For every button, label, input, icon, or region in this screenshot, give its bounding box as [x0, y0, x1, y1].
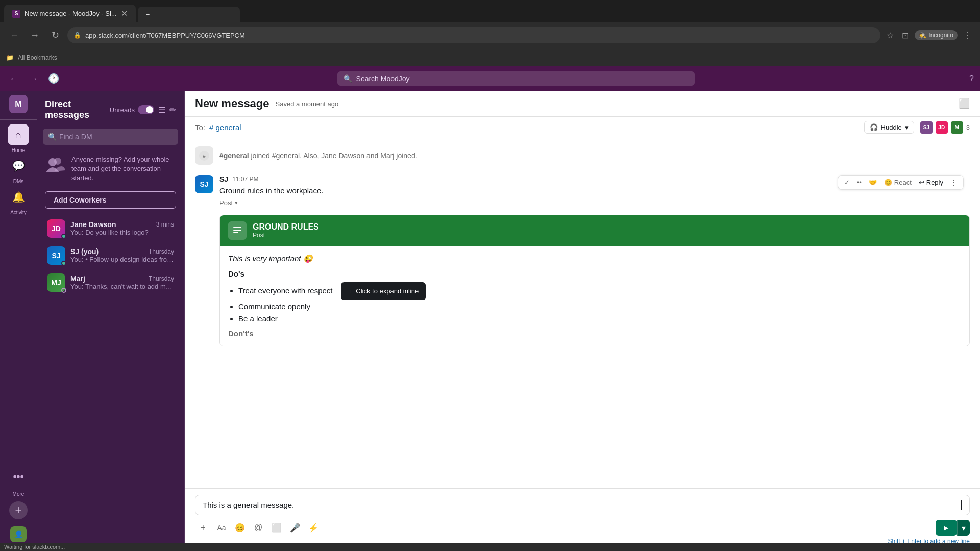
help-icon[interactable]: ?	[969, 74, 974, 83]
new-tab-icon: +	[146, 11, 150, 18]
dm-item-marj[interactable]: MJ Marj Thursday You: Thanks, can't wait…	[41, 269, 180, 296]
message-title-area: New message Saved a moment ago	[195, 97, 338, 110]
menu-icon[interactable]: ⋮	[962, 29, 974, 42]
active-tab[interactable]: S New message - MoodJoy - Sl... ✕	[4, 5, 136, 22]
dm-search-icon: 🔍	[48, 133, 57, 141]
send-dropdown-button[interactable]: ▾	[957, 520, 970, 536]
coworkers-icon	[45, 155, 65, 176]
dm-search-input[interactable]	[43, 129, 178, 145]
app-container: M ⌂ Home 💬 DMs 🔔 Activity ••• More + 👤	[0, 91, 980, 551]
dm-item-sj[interactable]: SJ SJ (you) Thursday You: • Follow-up de…	[41, 242, 180, 269]
add-workspace-button[interactable]: +	[9, 501, 28, 519]
message-input-area: This is a general message. + Aa 😊 @ ⬜ 🎤 …	[185, 488, 980, 551]
to-line: To: # general 🎧 Huddle ▾ SJ JD M 3	[185, 117, 980, 138]
extension-icon[interactable]: ⊡	[900, 29, 911, 42]
send-area: ► ▾	[936, 520, 970, 536]
search-box[interactable]: 🔍 Search MoodJoy	[337, 71, 695, 86]
huddle-button[interactable]: 🎧 Huddle ▾	[864, 121, 914, 134]
react-action[interactable]: 😊 React	[882, 178, 914, 187]
marj-status: MJ	[47, 273, 65, 292]
checkmark-action[interactable]: ✓	[842, 178, 852, 187]
svg-rect-5	[233, 230, 241, 231]
chat-area: # #general joined #general. Also, Jane D…	[185, 138, 980, 488]
sidebar-item-dms[interactable]: 💬	[8, 155, 29, 177]
share-icon[interactable]: ⬜	[959, 98, 970, 109]
video-button[interactable]: ⬜	[268, 519, 285, 536]
to-label: To:	[195, 123, 205, 132]
post-card-subtitle: Post	[253, 232, 319, 239]
attach-button[interactable]: +	[195, 519, 211, 536]
message-title: New message	[195, 97, 270, 110]
input-toolbar: + Aa 😊 @ ⬜ 🎤 ⚡ ► ▾	[195, 515, 970, 536]
huddle-dropdown-icon[interactable]: ▾	[905, 123, 909, 131]
post-card-icon	[228, 221, 247, 240]
dos-item-2: Communicate openly	[238, 300, 961, 313]
dm-search: 🔍	[43, 129, 178, 145]
dots-action[interactable]: ••	[855, 178, 864, 187]
headphone-icon: 🎧	[870, 123, 878, 131]
add-coworkers-button[interactable]: Add Coworkers	[45, 191, 176, 209]
system-text: #general joined #general. Also, Jane Daw…	[219, 152, 418, 160]
back-button[interactable]: ←	[6, 27, 22, 43]
toolbar-forward-button[interactable]: →	[26, 70, 41, 87]
user-avatar-icon: 👤	[14, 530, 23, 538]
address-bar[interactable]: 🔒 app.slack.com/client/T067MEBPPUY/C066V…	[67, 27, 880, 43]
message-actions: ✓ •• 🤝 😊 React ↩ Reply ⋮	[838, 175, 964, 190]
toolbar-right-actions: ?	[969, 74, 974, 83]
toolbar-back-button[interactable]: ←	[6, 70, 21, 87]
marj-time: Thursday	[149, 275, 174, 282]
workspace-avatar[interactable]: M	[9, 95, 28, 113]
audio-button[interactable]: 🎤	[287, 519, 303, 536]
message-input-box[interactable]: This is a general message.	[195, 495, 970, 515]
incognito-badge: 🕵 Incognito	[915, 30, 958, 40]
compose-icon[interactable]: ✏	[169, 105, 176, 115]
send-button[interactable]: ►	[936, 520, 957, 536]
unreads-toggle: Unreads	[110, 105, 154, 114]
unreads-switch[interactable]	[138, 105, 154, 114]
reply-label: Reply	[926, 179, 943, 186]
svg-text:#: #	[203, 153, 206, 159]
user-avatar-bottom[interactable]: 👤	[8, 523, 29, 545]
sidebar-item-activity[interactable]: 🔔	[8, 186, 29, 208]
search-container: 🔍 Search MoodJoy	[337, 71, 695, 86]
system-message: # #general joined #general. Also, Jane D…	[195, 146, 970, 165]
filter-icon[interactable]: ☰	[158, 105, 165, 115]
to-recipient[interactable]: # general	[209, 123, 241, 132]
marj-info: Marj Thursday You: Thanks, can't wait to…	[70, 274, 174, 290]
main-header: New message Saved a moment ago ⬜	[185, 91, 980, 117]
post-label[interactable]: Post ▾	[219, 199, 970, 207]
more-action[interactable]: ⋮	[948, 178, 959, 187]
format-button[interactable]: Aa	[213, 519, 230, 536]
refresh-button[interactable]: ↻	[47, 27, 63, 43]
handshake-action[interactable]: 🤝	[867, 178, 879, 187]
svg-rect-6	[233, 232, 238, 233]
mention-button[interactable]: @	[250, 519, 266, 536]
dm-item-jane[interactable]: JD Jane Dawson 3 mins You: Do you like t…	[41, 215, 180, 242]
shortcut-button[interactable]: ⚡	[305, 519, 322, 536]
history-button[interactable]: 🕐	[45, 70, 62, 87]
svg-rect-4	[233, 227, 241, 228]
close-tab-icon[interactable]: ✕	[121, 9, 128, 18]
marj-preview: You: Thanks, can't wait to add more peop…	[70, 283, 174, 290]
new-tab-button[interactable]: +	[138, 7, 240, 22]
send-dropdown-icon: ▾	[962, 523, 966, 532]
reply-action[interactable]: ↩ Reply	[917, 178, 945, 187]
expand-inline-tooltip[interactable]: Click to expand inline	[341, 282, 426, 301]
dm-list: JD Jane Dawson 3 mins You: Do you like t…	[37, 215, 184, 551]
activity-icon: 🔔	[12, 191, 25, 203]
react-label: React	[894, 179, 912, 186]
sidebar-item-home[interactable]: ⌂	[8, 124, 29, 145]
sidebar-item-more[interactable]: •••	[8, 466, 29, 487]
sj-status-dot	[61, 261, 66, 266]
post-label-text: Post	[219, 199, 233, 207]
add-coworkers-section: Anyone missing? Add your whole team and …	[37, 149, 184, 189]
marj-status-dot	[61, 288, 66, 293]
donts-title: Don't's	[228, 329, 961, 338]
bookmark-star-icon[interactable]: ☆	[885, 29, 896, 42]
forward-button[interactable]: →	[27, 27, 43, 43]
emoji-button[interactable]: 😊	[232, 519, 248, 536]
send-arrow-icon: ►	[943, 523, 950, 532]
sj-time: Thursday	[149, 248, 174, 255]
more-label: More	[13, 491, 24, 497]
more-icon: •••	[13, 471, 23, 483]
